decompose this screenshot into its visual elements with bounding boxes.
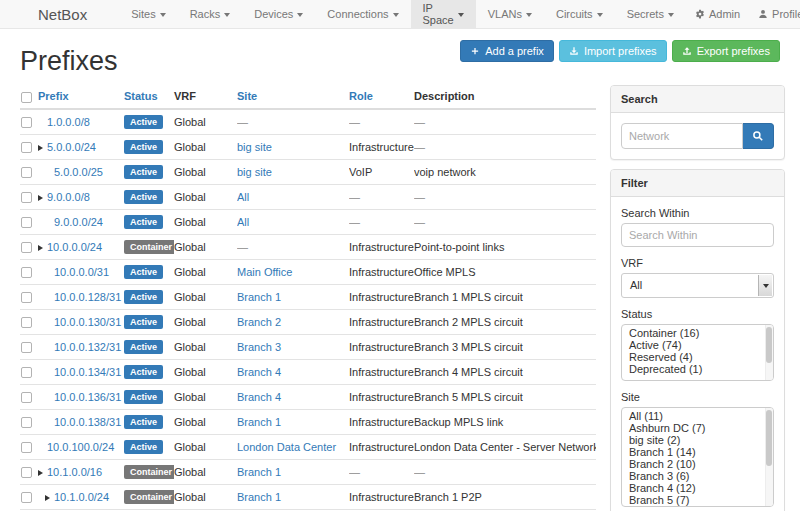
site-link[interactable]: London Data Center <box>237 441 336 453</box>
row-checkbox[interactable] <box>21 167 32 178</box>
row-checkbox[interactable] <box>21 442 32 453</box>
status-badge: Active <box>124 115 163 129</box>
nav-item-devices[interactable]: Devices <box>242 0 315 28</box>
select-dropdown-button[interactable] <box>758 275 772 296</box>
site-option[interactable]: Branch 2 (10) <box>622 458 773 470</box>
status-badge: Active <box>124 265 163 279</box>
site-option[interactable]: Branch 5 (7) <box>622 494 773 506</box>
site-option[interactable]: COLO-1-2A (0) <box>622 506 773 507</box>
site-link[interactable]: All <box>237 216 249 228</box>
search-input[interactable] <box>621 123 743 149</box>
site-option[interactable]: Branch 3 (6) <box>622 470 773 482</box>
site-option[interactable]: All (11) <box>622 410 773 422</box>
site-link[interactable]: Branch 2 <box>237 316 281 328</box>
vrf-select[interactable]: All <box>621 273 774 298</box>
site-scrollbar-thumb[interactable] <box>766 410 772 466</box>
row-checkbox[interactable] <box>21 392 32 403</box>
prefix-link[interactable]: 10.0.0.0/31 <box>54 266 109 278</box>
gear-icon <box>695 9 705 19</box>
vrf-value: Global <box>174 135 237 160</box>
status-option[interactable]: Container (16) <box>622 327 773 339</box>
status-scrollbar-thumb[interactable] <box>766 327 772 363</box>
row-checkbox[interactable] <box>21 117 32 128</box>
site-link[interactable]: Branch 1 <box>237 466 281 478</box>
status-option[interactable]: Deprecated (1) <box>622 363 773 375</box>
row-checkbox[interactable] <box>21 492 32 503</box>
prefix-link[interactable]: 5.0.0.0/24 <box>47 141 96 153</box>
site-link[interactable]: Main Office <box>237 266 292 278</box>
sort-link-site[interactable]: Site <box>237 90 257 102</box>
prefix-link[interactable]: 1.0.0.0/8 <box>47 116 90 128</box>
row-checkbox[interactable] <box>21 267 32 278</box>
site-option[interactable]: Branch 1 (14) <box>622 446 773 458</box>
nav-item-sites[interactable]: Sites <box>119 0 177 28</box>
nav-item-ip-space[interactable]: IP Space <box>411 0 476 28</box>
prefix-link[interactable]: 10.0.0.130/31 <box>54 316 121 328</box>
prefix-link[interactable]: 10.0.0.132/31 <box>54 341 121 353</box>
status-option[interactable]: Active (74) <box>622 339 773 351</box>
row-checkbox[interactable] <box>21 367 32 378</box>
prefix-link[interactable]: 10.0.100.0/24 <box>47 441 114 453</box>
site-option[interactable]: Branch 4 (12) <box>622 482 773 494</box>
status-option[interactable]: Reserved (4) <box>622 351 773 363</box>
role-value: Infrastructure <box>349 485 414 510</box>
site-link[interactable]: Branch 1 <box>237 416 281 428</box>
status-listbox[interactable]: Container (16)Active (74)Reserved (4)Dep… <box>621 324 774 381</box>
export-prefixes-button[interactable]: Export prefixes <box>672 40 780 62</box>
select-all-checkbox[interactable] <box>21 92 32 103</box>
sort-link-prefix[interactable]: Prefix <box>38 90 69 102</box>
nav-item-secrets[interactable]: Secrets <box>615 0 686 28</box>
table-row: 5.0.0.0/24ActiveGlobalbig siteInfrastruc… <box>20 135 596 160</box>
nav-item-admin[interactable]: Admin <box>686 0 749 28</box>
site-link[interactable]: Branch 1 <box>237 291 281 303</box>
nav-item-racks[interactable]: Racks <box>178 0 243 28</box>
prefix-link[interactable]: 10.0.0.134/31 <box>54 366 121 378</box>
prefix-link[interactable]: 10.0.0.0/24 <box>47 241 102 253</box>
site-option[interactable]: Ashburn DC (7) <box>622 422 773 434</box>
row-checkbox[interactable] <box>21 217 32 228</box>
vrf-value: Global <box>174 360 237 385</box>
site-link[interactable]: Branch 4 <box>237 366 281 378</box>
prefix-link[interactable]: 10.1.0.0/24 <box>54 491 109 503</box>
prefix-link[interactable]: 10.0.0.138/31 <box>54 416 121 428</box>
row-checkbox[interactable] <box>21 417 32 428</box>
import-prefixes-button[interactable]: Import prefixes <box>559 40 667 62</box>
site-link[interactable]: Branch 4 <box>237 391 281 403</box>
row-checkbox[interactable] <box>21 242 32 253</box>
site-link[interactable]: big site <box>237 166 272 178</box>
row-checkbox[interactable] <box>21 192 32 203</box>
add-prefix-button[interactable]: Add a prefix <box>460 40 554 62</box>
prefix-link[interactable]: 10.0.0.136/31 <box>54 391 121 403</box>
nav-item-profile[interactable]: Profile <box>749 0 800 28</box>
site-option[interactable]: big site (2) <box>622 434 773 446</box>
prefix-link[interactable]: 10.0.0.128/31 <box>54 291 121 303</box>
nav-item-circuits[interactable]: Circuits <box>544 0 615 28</box>
prefix-link[interactable]: 5.0.0.0/25 <box>54 166 103 178</box>
sort-link-role[interactable]: Role <box>349 90 373 102</box>
sort-link-status[interactable]: Status <box>124 90 158 102</box>
row-checkbox[interactable] <box>21 317 32 328</box>
status-badge: Active <box>124 340 163 354</box>
prefix-link[interactable]: 10.1.0.0/16 <box>47 466 102 478</box>
search-button[interactable] <box>743 123 774 149</box>
empty-value: — <box>349 116 360 128</box>
row-checkbox[interactable] <box>21 467 32 478</box>
nav-item-connections[interactable]: Connections <box>315 0 410 28</box>
description-value: Branch 5 MPLS circuit <box>414 385 596 410</box>
site-link[interactable]: All <box>237 191 249 203</box>
status-label: Status <box>621 308 774 320</box>
role-value: Infrastructure <box>349 435 414 460</box>
site-link[interactable]: Branch 1 <box>237 491 281 503</box>
site-listbox[interactable]: All (11)Ashburn DC (7)big site (2)Branch… <box>621 407 774 507</box>
search-within-input[interactable] <box>621 223 774 247</box>
nav-item-vlans[interactable]: VLANs <box>476 0 544 28</box>
brand[interactable]: NetBox <box>20 0 105 28</box>
row-checkbox[interactable] <box>21 292 32 303</box>
row-checkbox[interactable] <box>21 142 32 153</box>
filter-panel-title: Filter <box>611 170 784 197</box>
row-checkbox[interactable] <box>21 342 32 353</box>
prefix-link[interactable]: 9.0.0.0/24 <box>54 216 103 228</box>
site-link[interactable]: big site <box>237 141 272 153</box>
site-link[interactable]: Branch 3 <box>237 341 281 353</box>
prefix-link[interactable]: 9.0.0.0/8 <box>47 191 90 203</box>
